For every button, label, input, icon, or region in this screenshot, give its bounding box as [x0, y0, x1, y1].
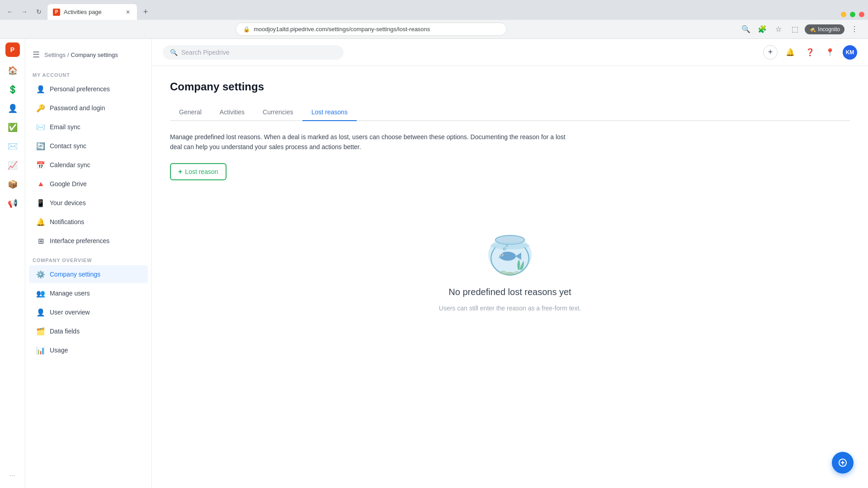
nav-label-data-fields: Data fields: [50, 328, 80, 335]
address-bar[interactable]: 🔒 moodjoy1altd.pipedrive.com/settings/co…: [236, 23, 507, 36]
fab-button[interactable]: [832, 452, 854, 474]
fish-bowl-illustration: [478, 216, 542, 280]
breadcrumb-current: Company settings: [71, 52, 118, 58]
user-overview-icon: 👤: [36, 308, 45, 317]
tab-general[interactable]: General: [170, 104, 211, 121]
top-bar: 🔍 Search Pipedrive + 🔔 ❓ 📍 KM: [152, 39, 868, 66]
interface-preferences-icon: ⊞: [36, 236, 45, 245]
manage-users-icon: 👥: [36, 289, 45, 298]
tab-lost-reasons[interactable]: Lost reasons: [302, 104, 357, 121]
help-button[interactable]: ❓: [803, 45, 817, 60]
bookmark-button[interactable]: ☆: [772, 23, 785, 36]
nav-item-manage-users[interactable]: 👥 Manage users: [29, 284, 148, 302]
sidebar-icon-mail[interactable]: ✉️: [4, 137, 22, 155]
nav-label-google-drive: Google Drive: [50, 180, 87, 188]
new-tab-button[interactable]: +: [139, 5, 152, 18]
incognito-badge: 🕵 Incognito: [805, 24, 844, 34]
user-avatar[interactable]: KM: [843, 45, 857, 60]
nav-item-user-overview[interactable]: 👤 User overview: [29, 303, 148, 321]
icon-sidebar: P 🏠 💲 👤 ✅ ✉️ 📈 📦 📢 ···: [0, 39, 25, 488]
sidebar-icon-home[interactable]: 🏠: [4, 61, 22, 80]
lock-icon: 🔒: [243, 26, 250, 33]
sidebar-icon-more[interactable]: ···: [4, 466, 22, 484]
pipedrive-logo: P: [5, 42, 20, 57]
contact-sync-icon: 🔄: [36, 141, 45, 150]
search-toolbar-button[interactable]: 🔍: [740, 23, 752, 36]
refresh-button[interactable]: ↻: [33, 5, 45, 18]
profile-button[interactable]: ⬚: [788, 23, 801, 36]
sidebar-icon-products[interactable]: 📦: [4, 175, 22, 193]
fab-icon: [837, 457, 848, 468]
tab-close-button[interactable]: ✕: [124, 9, 132, 16]
tab-activities[interactable]: Activities: [211, 104, 254, 121]
sidebar-icon-contacts[interactable]: 👤: [4, 99, 22, 117]
search-bar[interactable]: 🔍 Search Pipedrive: [163, 45, 344, 60]
search-placeholder-text: Search Pipedrive: [181, 49, 230, 56]
breadcrumb-settings[interactable]: Settings: [44, 52, 66, 58]
minimize-button[interactable]: [841, 12, 846, 17]
nav-label-contact-sync: Contact sync: [50, 142, 86, 150]
nav-label-your-devices: Your devices: [50, 199, 86, 206]
personal-preferences-icon: 👤: [36, 84, 45, 94]
add-lost-reason-button[interactable]: + Lost reason: [170, 163, 226, 180]
search-icon: 🔍: [170, 49, 178, 56]
notifications-icon: 🔔: [36, 217, 45, 226]
plus-icon: +: [178, 168, 182, 176]
nav-item-interface-preferences[interactable]: ⊞ Interface preferences: [29, 232, 148, 250]
maximize-button[interactable]: [850, 12, 855, 17]
browser-nav-buttons: ← → ↻: [4, 5, 45, 18]
nav-item-email-sync[interactable]: ✉️ Email sync: [29, 118, 148, 136]
nav-label-notifications: Notifications: [50, 218, 84, 225]
nav-item-calendar-sync[interactable]: 📅 Calendar sync: [29, 156, 148, 174]
forward-button[interactable]: →: [18, 5, 31, 18]
nav-item-notifications[interactable]: 🔔 Notifications: [29, 213, 148, 231]
nav-label-interface-preferences: Interface preferences: [50, 237, 109, 244]
sidebar-icon-campaigns[interactable]: 📢: [4, 194, 22, 212]
menu-button[interactable]: ⋮: [848, 23, 861, 36]
nav-label-user-overview: User overview: [50, 309, 90, 316]
browser-tab[interactable]: P Activities page ✕: [47, 4, 137, 20]
add-lost-reason-label: Lost reason: [185, 168, 218, 175]
calendar-sync-icon: 📅: [36, 160, 45, 169]
breadcrumb-separator: /: [67, 52, 69, 58]
email-sync-icon: ✉️: [36, 122, 45, 131]
empty-state: No predefined lost reasons yet Users can…: [170, 180, 850, 330]
sidebar-icon-reports[interactable]: 📈: [4, 156, 22, 174]
nav-label-usage: Usage: [50, 347, 68, 354]
nav-item-google-drive[interactable]: 🔺 Google Drive: [29, 175, 148, 193]
nav-item-password-login[interactable]: 🔑 Password and login: [29, 99, 148, 117]
notification-button[interactable]: 🔔: [783, 45, 797, 60]
company-overview-section-label: COMPANY OVERVIEW: [25, 250, 151, 265]
sidebar-menu-icon[interactable]: ☰: [33, 50, 40, 60]
empty-state-subtitle: Users can still enter the reason as a fr…: [439, 305, 581, 312]
usage-icon: 📊: [36, 346, 45, 355]
svg-point-10: [505, 272, 514, 276]
sidebar-icon-activities[interactable]: ✅: [4, 118, 22, 136]
nav-item-contact-sync[interactable]: 🔄 Contact sync: [29, 137, 148, 155]
google-drive-icon: 🔺: [36, 179, 45, 188]
breadcrumb: Settings / Company settings: [44, 52, 118, 58]
nav-item-data-fields[interactable]: 🗂️ Data fields: [29, 322, 148, 340]
data-fields-icon: 🗂️: [36, 327, 45, 336]
settings-sidebar: ☰ Settings / Company settings MY ACCOUNT…: [25, 39, 152, 488]
password-login-icon: 🔑: [36, 103, 45, 113]
tab-currencies[interactable]: Currencies: [254, 104, 302, 121]
nav-label-email-sync: Email sync: [50, 123, 80, 131]
close-window-button[interactable]: [859, 12, 864, 17]
nav-label-manage-users: Manage users: [50, 290, 90, 297]
nav-item-company-settings[interactable]: ⚙️ Company settings: [29, 265, 148, 283]
back-button[interactable]: ←: [4, 5, 16, 18]
nav-item-usage[interactable]: 📊 Usage: [29, 341, 148, 359]
nav-item-your-devices[interactable]: 📱 Your devices: [29, 194, 148, 212]
settings-icon-button[interactable]: 📍: [823, 45, 837, 60]
svg-point-4: [500, 252, 516, 261]
extension-button[interactable]: 🧩: [756, 23, 769, 36]
nav-item-personal-preferences[interactable]: 👤 Personal preferences: [29, 80, 148, 98]
empty-state-title: No predefined lost reasons yet: [448, 287, 571, 297]
company-settings-icon: ⚙️: [36, 270, 45, 279]
add-button[interactable]: +: [763, 45, 778, 60]
tab-title: Activities page: [64, 9, 121, 15]
sidebar-icon-deals[interactable]: 💲: [4, 80, 22, 99]
nav-label-calendar-sync: Calendar sync: [50, 161, 90, 169]
top-bar-actions: + 🔔 ❓ 📍 KM: [763, 45, 857, 60]
